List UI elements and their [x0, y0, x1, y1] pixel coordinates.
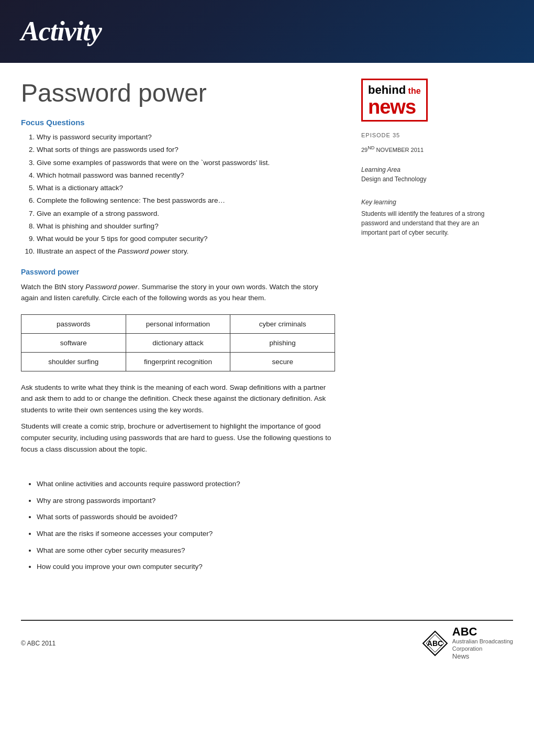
table-row: shoulder surfing fingerprint recognition… [21, 352, 335, 371]
body-paragraph-2: Students will create a comic strip, broc… [21, 421, 335, 455]
table-cell: dictionary attack [126, 333, 230, 352]
sub-section-heading: Password power [21, 268, 335, 276]
list-item: What online activities and accounts requ… [37, 478, 335, 490]
the-text: the [406, 86, 420, 95]
abc-corporation-text: Australian BroadcastingCorporation [452, 638, 513, 653]
abc-label: ABC [452, 626, 513, 638]
svg-text:ABC: ABC [427, 639, 443, 648]
table-row: passwords personal information cyber cri… [21, 314, 335, 333]
right-column: behind the news EPISODE 35 29ND NOVEMBER… [356, 63, 503, 599]
word-table: passwords personal information cyber cri… [21, 314, 335, 371]
list-item: What is phishing and shoulder surfing? [37, 221, 335, 232]
list-item: What sorts of things are passwords used … [37, 145, 335, 155]
behind-text: behind [368, 83, 406, 96]
learning-area-label: Learning Area [361, 166, 487, 173]
activity-logo: Activity [21, 18, 102, 45]
key-learning-label: Key learning [361, 199, 487, 206]
list-item: What sorts of passwords should be avoide… [37, 511, 335, 523]
abc-text-block: ABC Australian BroadcastingCorporation N… [452, 626, 513, 661]
list-item: What would be your 5 tips for good compu… [37, 234, 335, 244]
list-item: Complete the following sentence: The bes… [37, 195, 335, 206]
list-item: What are the risks if someone accesses y… [37, 528, 335, 540]
body-paragraph-1: Ask students to write what they think is… [21, 382, 335, 416]
left-column: Password power Focus Questions Why is pa… [0, 63, 356, 599]
list-item: Give some examples of passwords that wer… [37, 158, 335, 168]
page-title: Password power [21, 73, 335, 107]
intro-paragraph: Watch the BtN story Password power. Summ… [21, 281, 335, 304]
italic-title: Password power [118, 247, 170, 255]
news-text: news [368, 97, 421, 117]
date-label: 29ND NOVEMBER 2011 [361, 145, 487, 153]
list-item: Illustrate an aspect of the Password pow… [37, 246, 335, 257]
italic-password-power: Password power [85, 283, 138, 291]
password-power-section: Password power Watch the BtN story Passw… [21, 268, 335, 304]
key-learning-text: Students will identify the features of a… [361, 209, 487, 237]
page-footer: © ABC 2011 ABC ABC Australian Broadcasti… [21, 620, 513, 661]
list-item: Which hotmail password was banned recent… [37, 170, 335, 181]
news-label: News [452, 652, 513, 660]
btn-logo-box: behind the news [361, 79, 428, 122]
abc-diamond-icon: ABC [422, 630, 448, 656]
focus-questions-heading: Focus Questions [21, 118, 335, 127]
list-item: How could you improve your own computer … [37, 561, 335, 573]
abc-news-logo: ABC ABC Australian BroadcastingCorporati… [422, 626, 513, 661]
focus-questions-list: Why is password security important? What… [21, 132, 335, 257]
episode-label: EPISODE 35 [361, 132, 487, 138]
btn-logo-container: behind the news [361, 79, 487, 122]
list-item: Why are strong passwords important? [37, 495, 335, 507]
table-cell: fingerprint recognition [126, 352, 230, 371]
table-cell: software [21, 333, 126, 352]
date-superscript: ND [368, 145, 374, 150]
header-banner: Activity [0, 0, 534, 63]
focus-questions-section: Focus Questions Why is password security… [21, 118, 335, 257]
table-cell: phishing [230, 333, 335, 352]
btn-logo-top: behind the [368, 83, 421, 97]
list-item: What are some other cyber security measu… [37, 545, 335, 556]
table-cell: shoulder surfing [21, 352, 126, 371]
main-content: Password power Focus Questions Why is pa… [0, 63, 534, 599]
list-item: Why is password security important? [37, 132, 335, 143]
copyright-text: © ABC 2011 [21, 640, 55, 647]
discussion-bullet-list: What online activities and accounts requ… [21, 478, 335, 573]
list-item: Give an example of a strong password. [37, 209, 335, 219]
table-cell: personal information [126, 314, 230, 333]
table-cell: cyber criminals [230, 314, 335, 333]
learning-area-value: Design and Technology [361, 176, 487, 183]
table-cell: secure [230, 352, 335, 371]
table-cell: passwords [21, 314, 126, 333]
list-item: What is a dictionary attack? [37, 183, 335, 193]
table-row: software dictionary attack phishing [21, 333, 335, 352]
